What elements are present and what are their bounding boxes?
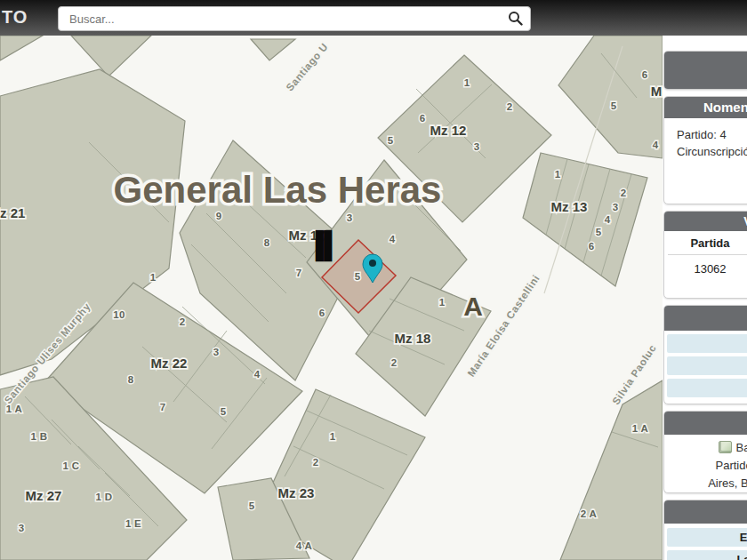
coordinate-row-la: La (667, 550, 747, 560)
parcel-label: 2 (621, 188, 627, 198)
app-logo: TO (2, 7, 28, 28)
partida-column: Partida 13062 (664, 231, 747, 276)
street-label-santiago: Santiago U (284, 41, 330, 92)
parcel-label: 4 (254, 369, 261, 380)
map-thumbnail-icon (719, 441, 732, 453)
search-input[interactable] (68, 8, 498, 29)
parcel-label: 6 (319, 308, 325, 318)
parcel-label: 1 A (632, 423, 648, 434)
table-row (667, 379, 747, 397)
city-blocks (0, 36, 663, 560)
parcel-label: 4 (653, 140, 659, 150)
parcel-label: 1 (150, 272, 157, 283)
panel-table-header (664, 306, 747, 331)
parcel-label: 6 (642, 69, 648, 80)
table-row (667, 356, 747, 375)
parcel-label: 1 (330, 431, 336, 442)
panel-valuacion-title: V (664, 212, 747, 231)
parcel-label: 1 B (31, 431, 48, 442)
panel-pin-header (663, 51, 747, 90)
parcel-label: 1 (555, 169, 561, 180)
panel-coordinates: E La (663, 500, 747, 560)
city-block-mz13 (523, 153, 647, 286)
city-label: General Las Heras (114, 169, 442, 211)
city-block (558, 36, 663, 158)
zone-label-ii: II (314, 222, 332, 269)
parcel-label: 1 (439, 297, 446, 308)
parcel-label: 5 (596, 227, 602, 237)
parcel-label: 2 (507, 101, 513, 112)
block-label-mz27: Mz 27 (26, 488, 62, 503)
parcel-label: 8 (264, 237, 270, 248)
pin-header-bar (664, 52, 747, 89)
block-label-mz22: Mz 22 (151, 356, 188, 371)
parcel-label: 1 C (63, 460, 80, 471)
parcel-label: 5 (249, 500, 255, 511)
parcel-label: 2 (391, 357, 398, 368)
parcel-label: 6 (589, 241, 595, 252)
search-box (58, 6, 531, 31)
parcel-label: 7 (160, 402, 166, 412)
address-line-3: Aires, B1741, A (664, 475, 747, 492)
panel-address: Barrio S Partido de G Aires, B1741, A (663, 411, 747, 493)
parcel-label: 4 (390, 234, 396, 244)
panel-nomenclatura-title: Nomenclatura (664, 97, 747, 118)
parcel-label: 3 (613, 202, 619, 212)
block-label-mz21: Mz 21 (0, 205, 25, 220)
parcel-label: 8 (128, 374, 134, 385)
parcel-label: 2 (180, 316, 186, 327)
partida-value: 13062 (664, 255, 747, 276)
nomenclatura-partido: Partido: 4 (664, 126, 747, 143)
parcel-label: 3 (19, 523, 25, 533)
parcel-label: 1 A (6, 404, 22, 414)
zone-label-a: A (463, 292, 483, 321)
parcel-label: 3 (347, 212, 353, 223)
parcel-label: 5 (388, 135, 394, 146)
map[interactable]: 1 2 6 5 3 6 5 4 1 2 3 4 5 6 9 8 7 6 3 4 … (0, 36, 663, 560)
nomenclatura-circunscripcion: Circunscripción (664, 143, 747, 160)
panel-coordinates-header (664, 500, 747, 524)
parcel-label: 1 E (125, 518, 141, 529)
panel-nomenclatura: Nomenclatura Partido: 4 Circunscripción (663, 96, 747, 204)
app: { "topbar": { "logo": "TO", "search_plac… (0, 0, 747, 560)
panel-table (663, 305, 747, 404)
partida-header: Partida (664, 231, 747, 254)
address-line-2: Partido de G (664, 457, 747, 475)
parcel-label: 10 (113, 309, 124, 320)
block-label-mz18: Mz 18 (395, 331, 431, 346)
top-bar: TO (0, 0, 747, 36)
parcel-label: 4 (605, 214, 611, 225)
parcel-label: 4 A (296, 540, 312, 551)
address-line-1: Barrio S (664, 439, 747, 457)
panel-address-header (664, 412, 747, 435)
table-row (667, 334, 747, 353)
panel-valuacion: V Partida 13062 (663, 211, 747, 299)
block-label-mz12: Mz 12 (430, 123, 467, 138)
parcel-label: 6 (420, 113, 426, 124)
coordinate-row-e: E (667, 528, 747, 547)
parcel-label: 9 (216, 211, 222, 221)
city-block (0, 36, 43, 60)
block-label-clipped: M (651, 84, 663, 99)
city-block (560, 380, 663, 560)
info-sidebar: Nomenclatura Partido: 4 Circunscripción … (663, 51, 747, 560)
block-label-mz13: Mz 13 (551, 199, 588, 214)
parcel-label: 5 (611, 100, 617, 111)
parcel-label: 5 (221, 406, 227, 417)
city-block (251, 39, 295, 60)
parcel-label: 2 (313, 457, 319, 468)
parcel-label: 3 (213, 347, 220, 357)
parcel-label: 7 (296, 268, 302, 278)
parcel-label: 5 (355, 271, 361, 282)
city-block (71, 36, 151, 76)
block-label-mz23: Mz 23 (278, 485, 315, 500)
parcel-label: 3 (474, 141, 480, 152)
map-canvas[interactable]: 1 2 6 5 3 6 5 4 1 2 3 4 5 6 9 8 7 6 3 4 … (0, 36, 663, 560)
parcel-label: 2 A (581, 508, 597, 519)
search-icon[interactable] (508, 11, 523, 26)
parcel-label: 1 D (96, 492, 113, 502)
parcel-label: 1 (464, 77, 470, 88)
